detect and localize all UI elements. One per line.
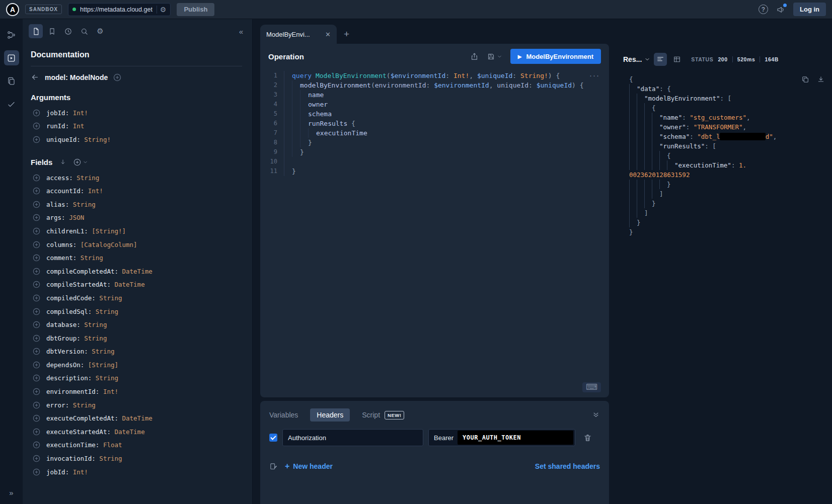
- run-operation-button[interactable]: ▶ ModelByEnvironment: [510, 49, 601, 64]
- operation-tab[interactable]: ModelByEnvi... ✕: [260, 25, 337, 44]
- field-label[interactable]: jobId: Int!: [46, 468, 88, 476]
- new-header-button[interactable]: + New header: [285, 462, 333, 471]
- add-to-query-icon[interactable]: [33, 308, 40, 315]
- bookmarks-icon[interactable]: [45, 24, 59, 38]
- add-to-query-icon[interactable]: [33, 254, 40, 262]
- set-shared-headers-button[interactable]: Set shared headers: [535, 462, 600, 470]
- download-response-icon[interactable]: [817, 75, 825, 83]
- add-to-query-icon[interactable]: [33, 455, 40, 462]
- add-to-query-icon[interactable]: [33, 361, 40, 369]
- field-label[interactable]: dbtVersion: String: [46, 348, 114, 355]
- field-label[interactable]: childrenL1: [String!]: [46, 227, 126, 235]
- history-icon[interactable]: [61, 24, 75, 38]
- add-to-query-icon[interactable]: [33, 281, 40, 288]
- endpoint-settings-gear-icon[interactable]: ⚙: [157, 6, 167, 14]
- field-label[interactable]: args: JSON: [46, 214, 84, 221]
- field-label[interactable]: uniqueId: String!: [46, 136, 111, 143]
- field-label[interactable]: columns: [CatalogColumn]: [46, 241, 137, 248]
- add-to-query-icon[interactable]: [33, 414, 40, 422]
- add-to-query-icon[interactable]: [33, 388, 40, 395]
- add-to-query-icon[interactable]: [33, 334, 40, 342]
- add-to-query-icon[interactable]: [33, 428, 40, 436]
- copy-response-icon[interactable]: [801, 75, 809, 83]
- response-dropdown[interactable]: Res...: [623, 55, 650, 63]
- endpoint-url[interactable]: https://metadata.cloud.get: [80, 6, 153, 13]
- field-label[interactable]: compiledSql: String: [46, 308, 118, 315]
- field-label[interactable]: description: String: [46, 374, 118, 382]
- add-to-query-icon[interactable]: [33, 468, 40, 476]
- add-to-query-icon[interactable]: [33, 109, 40, 117]
- add-to-query-icon[interactable]: [33, 136, 40, 143]
- schema-graph-icon[interactable]: [4, 27, 19, 42]
- add-type-icon[interactable]: [113, 73, 121, 81]
- collapse-bottom-panel-icon[interactable]: [592, 411, 600, 419]
- field-label[interactable]: comment: String: [46, 254, 103, 262]
- field-label[interactable]: jobId: Int!: [46, 109, 88, 117]
- back-arrow-icon[interactable]: [31, 73, 39, 81]
- field-label[interactable]: accountId: Int!: [46, 187, 103, 195]
- add-to-query-icon[interactable]: [33, 201, 40, 208]
- add-to-query-icon[interactable]: [33, 268, 40, 275]
- add-to-query-icon[interactable]: [33, 214, 40, 221]
- field-label[interactable]: compiledCode: String: [46, 294, 122, 302]
- apollo-logo[interactable]: A: [6, 3, 19, 16]
- collapse-docs-panel-icon[interactable]: «: [239, 27, 246, 36]
- edit-raw-headers-icon[interactable]: [269, 462, 278, 471]
- explorer-icon[interactable]: [4, 50, 19, 65]
- save-operation-icon[interactable]: [487, 52, 502, 61]
- search-icon[interactable]: [77, 24, 91, 38]
- table-view-toggle-icon[interactable]: [670, 53, 684, 66]
- add-to-query-icon[interactable]: [33, 294, 40, 302]
- tab-variables[interactable]: Variables: [269, 411, 298, 419]
- header-enabled-checkbox[interactable]: [269, 434, 277, 442]
- expand-rail-icon[interactable]: »: [9, 488, 13, 497]
- field-label[interactable]: invocationId: String: [46, 455, 122, 462]
- field-label[interactable]: error: String: [46, 401, 96, 409]
- field-label[interactable]: executionTime: Float: [46, 441, 122, 449]
- login-button[interactable]: Log in: [793, 3, 826, 16]
- current-type-label[interactable]: model: ModelNode: [45, 73, 108, 81]
- checks-icon[interactable]: [4, 97, 19, 112]
- editor-overflow-menu-icon[interactable]: ···: [589, 71, 600, 79]
- add-to-query-icon[interactable]: [33, 321, 40, 328]
- query-editor[interactable]: ··· 1query ModelByEnvironment($environme…: [260, 69, 609, 176]
- keyboard-shortcuts-icon[interactable]: ⌨: [582, 382, 601, 392]
- publish-button[interactable]: Publish: [177, 3, 214, 16]
- close-tab-icon[interactable]: ✕: [325, 31, 331, 38]
- help-icon[interactable]: ?: [759, 5, 768, 14]
- add-to-query-icon[interactable]: [33, 174, 40, 182]
- add-to-query-icon[interactable]: [33, 348, 40, 355]
- field-label[interactable]: executeCompletedAt: DateTime: [46, 414, 153, 422]
- endpoint-url-box[interactable]: https://metadata.cloud.get ⚙: [68, 3, 171, 16]
- add-to-query-icon[interactable]: [33, 187, 40, 195]
- share-operation-icon[interactable]: [470, 52, 479, 61]
- announcements-icon[interactable]: [776, 5, 785, 14]
- field-label[interactable]: access: String: [46, 174, 99, 182]
- field-label[interactable]: executeStartedAt: DateTime: [46, 428, 145, 436]
- add-to-query-icon[interactable]: [33, 401, 40, 409]
- field-label[interactable]: compileCompletedAt: DateTime: [46, 268, 153, 275]
- field-label[interactable]: environmentId: Int!: [46, 388, 118, 395]
- readme-clipboard-icon[interactable]: [4, 73, 19, 89]
- add-to-query-icon[interactable]: [33, 241, 40, 248]
- header-key-input[interactable]: [282, 429, 423, 446]
- field-label[interactable]: dbtGroup: String: [46, 334, 107, 342]
- header-value-input[interactable]: Bearer YOUR_AUTH_TOKEN: [428, 429, 575, 446]
- settings-gear-icon[interactable]: ⚙: [93, 24, 107, 38]
- field-label[interactable]: database: String: [46, 321, 107, 328]
- field-label[interactable]: alias: String: [46, 201, 96, 208]
- tab-script[interactable]: Script NEW!: [362, 411, 404, 419]
- raw-view-toggle-icon[interactable]: [654, 53, 667, 66]
- delete-header-icon[interactable]: [583, 434, 592, 442]
- field-label[interactable]: dependsOn: [String]: [46, 361, 118, 369]
- field-label[interactable]: compileStartedAt: DateTime: [46, 281, 145, 288]
- auth-token-value[interactable]: YOUR_AUTH_TOKEN: [458, 431, 573, 445]
- tab-headers[interactable]: Headers: [310, 408, 350, 422]
- documentation-tab-icon[interactable]: [29, 24, 43, 38]
- add-to-query-icon[interactable]: [33, 441, 40, 449]
- add-all-fields-icon[interactable]: [73, 158, 88, 166]
- field-label[interactable]: runId: Int: [46, 122, 84, 130]
- add-to-query-icon[interactable]: [33, 374, 40, 382]
- operation-tab-label[interactable]: ModelByEnvi...: [266, 31, 321, 38]
- add-to-query-icon[interactable]: [33, 227, 40, 235]
